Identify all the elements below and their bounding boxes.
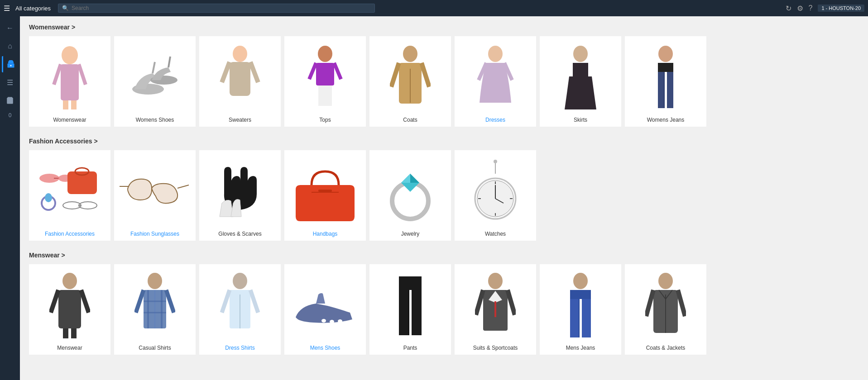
category-card-tops[interactable]: Tops (284, 36, 366, 127)
svg-rect-33 (658, 63, 673, 72)
card-label-womens-shoes: Womens Shoes (118, 117, 192, 123)
category-card-suits-sportcoats[interactable]: Suits & Sportcoats (455, 264, 536, 355)
svg-point-86 (321, 319, 326, 323)
section-title-womenswear: Womenswear > (29, 24, 75, 31)
category-card-handbags[interactable]: Handbags (284, 150, 366, 241)
svg-rect-51 (312, 192, 339, 193)
category-card-womenswear[interactable]: Womenswear (29, 36, 110, 127)
card-label-pants: Pants (373, 345, 447, 351)
user-label[interactable]: 1 - HOUSTON-20 (818, 5, 864, 12)
svg-line-69 (81, 290, 89, 313)
menu-icon[interactable]: ☰ (4, 4, 10, 13)
svg-point-66 (62, 273, 77, 289)
section-header-womenswear[interactable]: Womenswear > (29, 24, 859, 31)
card-label-skirts: Skirts (543, 117, 618, 123)
svg-rect-97 (494, 301, 496, 317)
svg-line-10 (153, 62, 155, 73)
card-image-handbags (288, 156, 362, 228)
svg-point-3 (62, 46, 78, 64)
section-fashion-accessories: Fashion Accessories > (29, 138, 859, 241)
card-image-coats (373, 42, 447, 114)
sidebar-item-back[interactable]: ← (2, 20, 18, 36)
category-card-mens-jeans[interactable]: Mens Jeans (540, 264, 621, 355)
svg-line-48 (177, 185, 189, 188)
card-label-watches: Watches (458, 231, 532, 237)
card-image-menswear (33, 270, 107, 342)
svg-point-57 (494, 160, 497, 163)
category-card-menswear[interactable]: Menswear (29, 264, 110, 355)
svg-rect-91 (412, 290, 422, 335)
svg-rect-31 (573, 63, 588, 76)
card-image-mens-jeans (543, 270, 618, 342)
main-content: Womenswear > Womenswear (20, 16, 868, 380)
svg-marker-55 (401, 174, 410, 183)
section-womenswear: Womenswear > Womenswear (29, 24, 859, 127)
category-card-mens-shoes[interactable]: Mens Shoes (284, 264, 366, 355)
card-label-fashion-accessories: Fashion Accessories (33, 231, 107, 237)
svg-point-87 (330, 320, 334, 323)
svg-point-93 (488, 273, 503, 289)
svg-rect-21 (318, 86, 332, 106)
settings-icon[interactable]: ⚙ (797, 4, 803, 13)
svg-line-5 (54, 64, 61, 85)
category-card-womens-jeans[interactable]: Womens Jeans (625, 36, 706, 127)
card-label-casual-shirts: Casual Shirts (118, 345, 192, 351)
category-card-dress-shirts[interactable]: Dress Shirts (199, 264, 281, 355)
card-label-coats-jackets: Coats & Jackets (628, 345, 703, 351)
search-input[interactable] (72, 5, 371, 11)
help-icon[interactable]: ? (809, 4, 813, 12)
search-box[interactable]: 🔍 (58, 4, 375, 13)
sidebar-item-store[interactable] (2, 56, 18, 72)
svg-point-81 (233, 273, 247, 289)
card-label-sweaters: Sweaters (203, 117, 277, 123)
sidebar-item-home[interactable]: ⌂ (2, 38, 18, 54)
svg-line-25 (422, 63, 429, 87)
category-card-watches[interactable]: Watches (455, 150, 536, 241)
svg-rect-89 (399, 276, 422, 290)
category-card-jewelry[interactable]: Jewelry (369, 150, 451, 241)
svg-rect-67 (58, 290, 81, 328)
svg-line-20 (334, 63, 341, 79)
card-image-tops (288, 42, 362, 114)
section-header-menswear[interactable]: Menswear > (29, 252, 859, 259)
svg-line-106 (678, 290, 685, 316)
card-image-womens-jeans (628, 42, 703, 114)
category-card-sweaters[interactable]: Sweaters (199, 36, 281, 127)
svg-line-96 (508, 290, 515, 315)
svg-line-95 (476, 290, 483, 315)
card-label-dresses: Dresses (458, 117, 532, 123)
sidebar-item-menu[interactable]: ☰ (2, 74, 18, 90)
category-card-fashion-accessories[interactable]: Fashion Accessories (29, 150, 110, 241)
category-card-pants[interactable]: Pants (369, 264, 451, 355)
svg-marker-54 (410, 174, 419, 183)
svg-point-27 (488, 46, 503, 62)
card-image-sweaters (203, 42, 277, 114)
svg-rect-90 (399, 290, 409, 335)
category-card-coats[interactable]: Coats (369, 36, 451, 127)
svg-rect-70 (63, 328, 68, 338)
category-card-skirts[interactable]: Skirts (540, 36, 621, 127)
category-card-casual-shirts[interactable]: Casual Shirts (114, 264, 196, 355)
section-header-fashion-accessories[interactable]: Fashion Accessories > (29, 138, 859, 145)
refresh-icon[interactable]: ↻ (786, 4, 791, 13)
card-label-womenswear: Womenswear (33, 117, 107, 123)
card-label-womens-jeans: Womens Jeans (628, 117, 703, 123)
svg-rect-14 (230, 62, 250, 96)
womenswear-grid: Womenswear (29, 36, 859, 127)
svg-rect-100 (570, 299, 579, 337)
card-image-watches (458, 156, 532, 228)
sidebar-item-bag[interactable] (2, 92, 18, 109)
card-label-jewelry: Jewelry (373, 231, 447, 237)
category-card-coats-jackets[interactable]: Coats & Jackets (625, 264, 706, 355)
svg-line-74 (136, 290, 144, 313)
category-card-dresses[interactable]: Dresses (455, 36, 536, 127)
card-image-suits-sportcoats (458, 270, 532, 342)
section-menswear: Menswear > Menswear (29, 252, 859, 355)
category-card-fashion-sunglasses[interactable]: Fashion Sunglasses (114, 150, 196, 241)
category-card-gloves-scarves[interactable]: Gloves & Scarves (199, 150, 281, 241)
category-card-womens-shoes[interactable]: Womens Shoes (114, 36, 196, 127)
svg-rect-18 (316, 63, 334, 86)
card-label-dress-shirts: Dress Shirts (203, 345, 277, 351)
card-label-coats: Coats (373, 117, 447, 123)
card-label-fashion-sunglasses: Fashion Sunglasses (118, 231, 192, 237)
